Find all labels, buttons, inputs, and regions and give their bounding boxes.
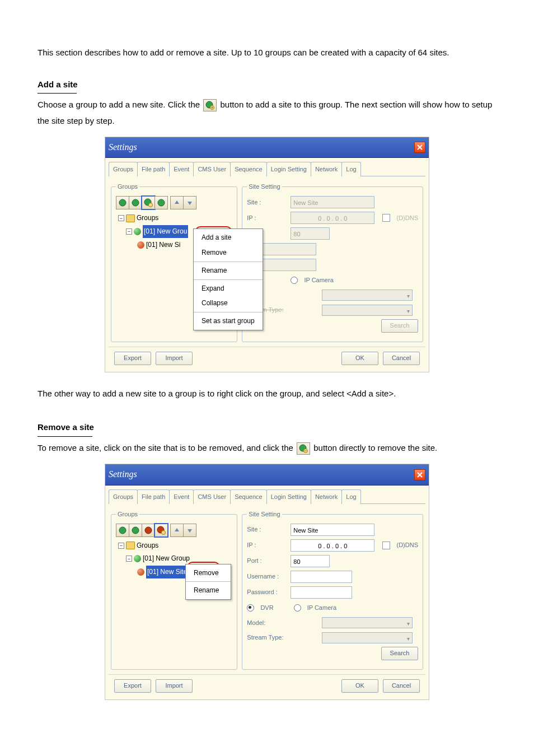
- remove-group-icon[interactable]: [129, 196, 142, 209]
- tree-site-selected[interactable]: [01] New Site: [146, 566, 188, 578]
- stream-label: Stream Type:: [247, 632, 288, 643]
- cancel-button[interactable]: Cancel: [383, 352, 420, 365]
- export-button[interactable]: Export: [114, 679, 151, 693]
- groups-legend: Groups: [116, 181, 139, 193]
- stream-select[interactable]: [322, 305, 413, 316]
- site-icon: [137, 568, 144, 576]
- stream-select[interactable]: [322, 632, 413, 643]
- tab-network[interactable]: Network: [311, 489, 342, 504]
- ip-label: IP :: [247, 539, 288, 551]
- remove-site-toolbar-icon[interactable]: [154, 524, 168, 537]
- add-group-icon[interactable]: [116, 524, 129, 537]
- ipcamera-radio[interactable]: [291, 277, 298, 284]
- import-button[interactable]: Import: [156, 352, 193, 365]
- collapse-icon[interactable]: −: [118, 215, 124, 221]
- collapse-icon[interactable]: −: [118, 543, 124, 549]
- cancel-button[interactable]: Cancel: [383, 679, 420, 693]
- tab-groups[interactable]: Groups: [109, 162, 138, 176]
- site-input[interactable]: New Site: [291, 196, 374, 208]
- ctx-start-group[interactable]: Set as start group: [194, 314, 263, 329]
- svg-point-10: [132, 527, 139, 534]
- groups-toolbar: [116, 196, 232, 209]
- move-up-icon[interactable]: [170, 524, 184, 537]
- tab-sequence[interactable]: Sequence: [230, 162, 267, 176]
- add-site-toolbar-icon[interactable]: [142, 196, 155, 209]
- dvr-radio[interactable]: [247, 604, 254, 612]
- tab-sequence[interactable]: Sequence: [230, 489, 267, 504]
- settings-window-add: Settings Groups File path Event CMS User…: [105, 137, 429, 372]
- group-icon: [134, 228, 141, 235]
- username-input[interactable]: [255, 243, 316, 255]
- site-label: Site :: [247, 524, 288, 535]
- ctx-remove[interactable]: Remove: [186, 566, 231, 581]
- port-input[interactable]: 80: [291, 555, 330, 567]
- model-select[interactable]: [322, 617, 413, 628]
- tree-group[interactable]: [01] New Group: [143, 552, 190, 565]
- ipcamera-radio[interactable]: [294, 604, 301, 612]
- tab-event[interactable]: Event: [169, 489, 194, 504]
- tab-log[interactable]: Log: [341, 162, 360, 176]
- tree-group-selected[interactable]: [01] New Grou: [143, 225, 188, 238]
- model-select[interactable]: [322, 290, 413, 301]
- password-input[interactable]: [291, 586, 352, 599]
- tab-log[interactable]: Log: [341, 489, 360, 504]
- tab-network[interactable]: Network: [311, 162, 342, 176]
- window-title: Settings: [109, 466, 137, 483]
- ok-button[interactable]: OK: [341, 679, 378, 693]
- ip-input[interactable]: 0 . 0 . 0 . 0: [291, 212, 374, 224]
- move-down-icon[interactable]: [183, 524, 196, 537]
- ip-label: IP :: [247, 212, 288, 224]
- folder-icon: [126, 214, 135, 222]
- close-icon[interactable]: [414, 142, 425, 153]
- groups-legend: Groups: [116, 508, 139, 520]
- port-label: Port :: [247, 555, 288, 567]
- site-input[interactable]: New Site: [291, 524, 374, 536]
- port-input[interactable]: 80: [291, 227, 330, 240]
- ctx-remove[interactable]: Remove: [194, 245, 263, 260]
- tab-filepath[interactable]: File path: [137, 489, 170, 504]
- tree-site[interactable]: [01] New Si: [146, 239, 180, 251]
- tab-cmsuser[interactable]: CMS User: [193, 162, 231, 176]
- ctx-collapse[interactable]: Collapse: [194, 296, 263, 311]
- ip-input[interactable]: 0 . 0 . 0 . 0: [291, 539, 374, 552]
- context-menu[interactable]: Add a site Remove Rename Expand Collapse…: [193, 228, 263, 330]
- tab-filepath[interactable]: File path: [137, 162, 170, 176]
- context-menu[interactable]: Remove Rename: [185, 564, 231, 600]
- move-up-icon[interactable]: [170, 196, 184, 209]
- close-icon[interactable]: [414, 469, 425, 480]
- export-button[interactable]: Export: [114, 352, 151, 365]
- ok-button[interactable]: OK: [341, 352, 378, 365]
- add-site-heading: Add a site: [38, 77, 496, 93]
- remove-group-icon[interactable]: [129, 524, 142, 537]
- ddns-checkbox[interactable]: [382, 542, 390, 549]
- move-down-icon[interactable]: [183, 196, 196, 209]
- ddns-checkbox[interactable]: [382, 214, 390, 222]
- add-group-icon[interactable]: [116, 196, 129, 209]
- collapse-icon[interactable]: −: [126, 556, 132, 562]
- tab-loginsetting[interactable]: Login Setting: [266, 162, 311, 176]
- ddns-label: (D)DNS: [397, 212, 419, 224]
- site-icon: [137, 241, 144, 249]
- tab-loginsetting[interactable]: Login Setting: [266, 489, 311, 504]
- ctx-expand[interactable]: Expand: [194, 281, 263, 296]
- import-button[interactable]: Import: [156, 679, 193, 693]
- svg-point-2: [119, 199, 126, 206]
- ctx-add-site[interactable]: Add a site: [194, 230, 263, 245]
- tab-groups[interactable]: Groups: [109, 489, 138, 504]
- ctx-rename[interactable]: Rename: [186, 583, 231, 598]
- remove-site-toolbar-icon[interactable]: [154, 196, 168, 209]
- svg-point-6: [158, 199, 165, 206]
- password-input[interactable]: [255, 259, 316, 271]
- search-button[interactable]: Search: [381, 319, 418, 333]
- add-site-toolbar-icon[interactable]: [142, 524, 155, 537]
- ctx-rename[interactable]: Rename: [194, 263, 263, 278]
- username-input[interactable]: [291, 571, 352, 583]
- search-button[interactable]: Search: [381, 647, 418, 660]
- tab-cmsuser[interactable]: CMS User: [193, 489, 231, 504]
- collapse-icon[interactable]: −: [126, 228, 132, 235]
- window-title: Settings: [109, 139, 137, 156]
- tab-event[interactable]: Event: [169, 162, 194, 176]
- model-label: Model:: [247, 617, 288, 629]
- heading-rule: [38, 93, 77, 94]
- settings-window-remove: Settings Groups File path Event CMS User…: [105, 464, 429, 700]
